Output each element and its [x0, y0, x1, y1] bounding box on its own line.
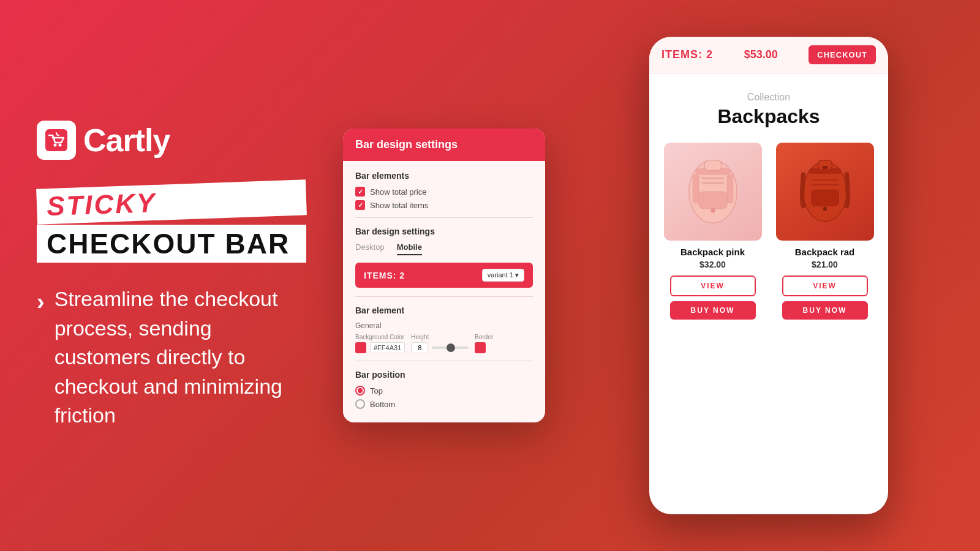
product-card-1: Backpack pink $32.00 VIEW BUY NOW: [662, 143, 764, 320]
panel-header: Bar design settings: [343, 129, 545, 161]
color-settings-row: Background Color #FF4A31 Height Border: [355, 334, 533, 353]
logo-text: Cartly: [83, 122, 170, 159]
slider-thumb[interactable]: [447, 343, 455, 352]
svg-rect-6: [693, 174, 698, 203]
bar-position-label: Bar position: [355, 370, 533, 380]
svg-point-9: [710, 208, 715, 212]
svg-point-2: [59, 144, 62, 147]
backpack-red-svg: [788, 149, 862, 234]
phone-content: Collection Backpacks: [649, 73, 888, 332]
show-total-price-row[interactable]: Show total price: [355, 187, 533, 197]
checkout-button[interactable]: CHECKOUT: [809, 45, 876, 64]
svg-point-16: [823, 207, 827, 211]
product-card-2: Backpack rad $21.00 VIEW BUY NOW: [774, 143, 876, 320]
tab-desktop[interactable]: Desktop: [355, 242, 385, 255]
position-top-row[interactable]: Top: [355, 386, 533, 395]
show-total-items-label: Show total items: [370, 201, 428, 210]
position-top-label: Top: [370, 386, 383, 395]
product-image-red: [776, 143, 874, 241]
panel-title: Bar design settings: [355, 138, 458, 151]
bg-color-label: Background Color: [355, 334, 405, 340]
height-input[interactable]: [411, 342, 428, 353]
height-label: Height: [411, 334, 469, 340]
bar-elements-label: Bar elements: [355, 171, 533, 181]
general-label: General: [355, 321, 533, 330]
show-total-items-row[interactable]: Show total items: [355, 200, 533, 210]
divider-3: [355, 361, 533, 361]
svg-rect-8: [698, 192, 727, 209]
logo: Cartly: [37, 121, 306, 160]
buy-btn-1[interactable]: BUY NOW: [670, 301, 756, 320]
border-swatch[interactable]: [475, 342, 486, 353]
divider-1: [355, 217, 533, 218]
divider-2: [355, 296, 533, 297]
headline-block: STICKY CHECKOUT BAR: [37, 184, 306, 263]
logo-icon: [37, 121, 76, 160]
height-row: [411, 342, 469, 353]
svg-rect-19: [822, 166, 827, 169]
tagline-text: Streamline the checkout process, sending…: [55, 285, 306, 430]
svg-rect-11: [701, 182, 724, 184]
product-price-1: $32.00: [699, 260, 726, 269]
show-total-price-checkbox[interactable]: [355, 187, 365, 197]
cartly-icon: [44, 128, 69, 152]
preview-bar-items: ITEMS: 2: [364, 271, 405, 280]
product-price-2: $21.00: [812, 260, 838, 269]
position-bottom-row[interactable]: Bottom: [355, 399, 533, 409]
checkout-bar-label: CHECKOUT BAR: [37, 225, 306, 263]
color-swatch-row: #FF4A31: [355, 342, 405, 353]
product-name-2: Backpack rad: [795, 247, 855, 257]
svg-point-1: [54, 144, 57, 147]
position-bottom-radio[interactable]: [355, 399, 365, 409]
phone-mockup: ITEMS: 2 $53.00 CHECKOUT Collection Back…: [649, 37, 888, 514]
backpack-pink-svg: [676, 149, 750, 234]
variant-button[interactable]: variant 1 ▾: [482, 269, 524, 282]
tab-mobile[interactable]: Mobile: [397, 242, 422, 255]
color-hex-value[interactable]: #FF4A31: [370, 342, 405, 353]
sticky-label: STICKY: [36, 179, 307, 224]
svg-rect-15: [811, 190, 839, 206]
collection-name: Backpacks: [662, 105, 876, 128]
position-top-radio[interactable]: [355, 386, 365, 395]
position-bottom-label: Bottom: [370, 400, 395, 409]
bar-design-label: Bar design settings: [355, 227, 533, 236]
height-group: Height: [411, 334, 469, 353]
bg-color-group: Background Color #FF4A31: [355, 334, 405, 353]
panel-body: Bar elements Show total price Show total…: [343, 161, 545, 422]
products-grid: Backpack pink $32.00 VIEW BUY NOW: [662, 143, 876, 320]
chevron-icon: ›: [37, 286, 45, 318]
phone-price-total: $53.00: [744, 48, 778, 61]
view-btn-1[interactable]: VIEW: [670, 276, 756, 296]
svg-rect-10: [701, 178, 724, 179]
border-label: Border: [475, 334, 493, 340]
tagline-block: › Streamline the checkout process, sendi…: [37, 285, 306, 430]
border-group: Border: [475, 334, 493, 353]
settings-panel: Bar design settings Bar elements Show to…: [343, 129, 545, 422]
svg-rect-5: [704, 160, 722, 171]
color-swatch[interactable]: [355, 342, 366, 353]
buy-btn-2[interactable]: BUY NOW: [782, 301, 868, 320]
phone-top-bar: ITEMS: 2 $53.00 CHECKOUT: [649, 37, 888, 73]
left-hero-section: Cartly STICKY CHECKOUT BAR › Streamline …: [0, 84, 343, 467]
product-image-pink: [664, 143, 762, 241]
phone-items-badge: ITEMS: 2: [662, 48, 713, 61]
view-btn-2[interactable]: VIEW: [782, 276, 868, 296]
show-total-items-checkbox[interactable]: [355, 200, 365, 210]
collection-label: Collection: [662, 92, 876, 103]
height-slider[interactable]: [432, 347, 469, 349]
tab-row: Desktop Mobile: [355, 242, 533, 255]
right-panel: ITEMS: 2 $53.00 CHECKOUT Collection Back…: [557, 37, 980, 514]
bar-element-label: Bar element: [355, 305, 533, 315]
show-total-price-label: Show total price: [370, 187, 427, 197]
svg-rect-7: [727, 174, 733, 203]
preview-bar: ITEMS: 2 variant 1 ▾: [355, 263, 533, 288]
product-name-1: Backpack pink: [680, 247, 745, 257]
